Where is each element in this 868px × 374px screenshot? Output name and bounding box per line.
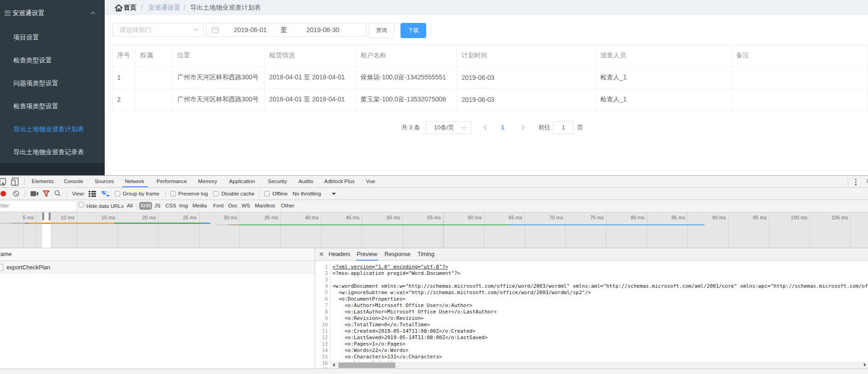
- filter-type-doc[interactable]: Doc: [228, 200, 237, 212]
- tab-audits[interactable]: Audits: [299, 176, 313, 187]
- line-text: <o:Words>22</o:Words>: [333, 347, 409, 353]
- record-button[interactable]: [0, 191, 6, 196]
- filter-type-img[interactable]: Img: [179, 200, 188, 212]
- filter-type-xhr[interactable]: XHR: [139, 202, 152, 210]
- view-list-icon[interactable]: [89, 191, 96, 197]
- download-button[interactable]: 下载: [400, 23, 426, 38]
- offline-checkbox[interactable]: [264, 191, 270, 196]
- tab-response[interactable]: Response: [384, 248, 410, 260]
- sidebar-submenu-header[interactable]: 安巡通设置: [0, 0, 105, 26]
- filter-type-js[interactable]: JS: [154, 200, 160, 212]
- overview-handle-left[interactable]: [42, 212, 44, 220]
- view-waterfall-icon[interactable]: [101, 191, 109, 196]
- sidebar-item-project-settings[interactable]: 项目设置: [0, 26, 105, 49]
- col-inspector: 巡查人员: [596, 45, 732, 67]
- sidebar: 安巡通设置 项目设置 检查类型设置 问题项类型设置 检查项类型设置 导出土地物业…: [0, 0, 105, 175]
- query-button[interactable]: 查询: [369, 23, 394, 38]
- timeline-tick-label: 70 ms: [549, 215, 563, 220]
- preview-code[interactable]: 1<?xml version="1.0" encoding="utf-8"?>2…: [316, 261, 868, 368]
- tab-sources[interactable]: Sources: [95, 176, 114, 187]
- group-by-frame-checkbox[interactable]: [115, 191, 120, 196]
- devtools-statusbar: [0, 368, 868, 374]
- separator: [137, 202, 137, 210]
- timeline-overview[interactable]: 5 ms10 ms15 ms20 ms25 ms30 ms35 ms40 ms4…: [0, 212, 868, 248]
- more-options-icon[interactable]: [855, 179, 857, 186]
- tab-performance[interactable]: Performance: [157, 176, 187, 187]
- menu-icon: [5, 11, 11, 16]
- department-select[interactable]: 请选择部门: [113, 23, 204, 37]
- request-row[interactable]: exportCheckPlan: [0, 262, 315, 274]
- filter-type-font[interactable]: Font: [213, 200, 224, 212]
- tab-elements[interactable]: Elements: [32, 176, 54, 187]
- date-end-input[interactable]: 2019-06-30: [293, 23, 353, 36]
- filter-type-ws[interactable]: WS: [242, 200, 250, 212]
- tab-application[interactable]: Application: [229, 176, 255, 187]
- requests-pane: Name exportCheckPlan: [0, 248, 315, 368]
- page-size-select[interactable]: 10条/页: [426, 121, 471, 134]
- scroll-right-arrow[interactable]: [864, 363, 866, 367]
- preserve-log-checkbox[interactable]: [170, 191, 176, 196]
- table-row[interactable]: 1 广州市天河区林和西路300号 2018-04-01 至 2018-04-01…: [113, 67, 868, 89]
- timeline-tick-label: 60 ms: [468, 215, 482, 220]
- capture-screenshots-icon[interactable]: [30, 191, 39, 196]
- prev-page-button[interactable]: [483, 124, 487, 130]
- line-number: 10: [316, 322, 328, 328]
- col-plan-time: 计划时间: [457, 45, 596, 67]
- current-page[interactable]: 1: [501, 121, 504, 134]
- tab-preview[interactable]: Preview: [357, 248, 377, 260]
- gutter-divider: [330, 261, 331, 362]
- scrollbar-thumb[interactable]: [338, 363, 395, 368]
- request-name: exportCheckPlan: [6, 262, 50, 274]
- timeline-tick-label: 80 ms: [631, 215, 644, 220]
- tab-headers[interactable]: Headers: [328, 248, 350, 260]
- scroll-left-arrow[interactable]: [333, 363, 335, 367]
- clear-icon[interactable]: [13, 190, 19, 197]
- overview-handle-right[interactable]: [49, 212, 51, 220]
- waterfall-segment: [0, 223, 11, 224]
- sidebar-item-check-type[interactable]: 检查类型设置: [0, 49, 105, 72]
- disable-cache-checkbox[interactable]: [213, 191, 219, 196]
- date-range-picker[interactable]: 2019-06-01 至 2019-06-30: [206, 23, 366, 37]
- timeline-tick-label: 45 ms: [346, 215, 360, 220]
- sidebar-item-check-item-type[interactable]: 检查项类型设置: [0, 95, 105, 117]
- tab-vue[interactable]: Vue: [366, 176, 375, 187]
- goto-page-input[interactable]: 1: [553, 121, 574, 134]
- breadcrumb-home[interactable]: 首页: [124, 0, 136, 15]
- tab-security[interactable]: Security: [268, 176, 287, 187]
- filter-type-other[interactable]: Other: [281, 200, 294, 212]
- sidebar-item-problem-type[interactable]: 问题项类型设置: [0, 72, 105, 95]
- date-start-input[interactable]: 2019-06-01: [220, 23, 280, 36]
- devtools-close-icon[interactable]: ✕: [866, 176, 868, 187]
- tab-memory[interactable]: Memory: [198, 176, 217, 187]
- requests-header[interactable]: Name: [0, 248, 315, 261]
- home-icon: [115, 4, 123, 11]
- filter-input[interactable]: Filter: [0, 201, 75, 211]
- device-toolbar-icon[interactable]: [11, 178, 19, 186]
- filter-type-media[interactable]: Media: [192, 200, 207, 212]
- table-cell: 检查人_1: [596, 67, 732, 89]
- sidebar-item-export-record[interactable]: 导出土地物业巡查记录表: [0, 140, 105, 163]
- tab-timing[interactable]: Timing: [417, 248, 434, 260]
- filter-type-manifest[interactable]: Manifest: [255, 200, 275, 212]
- filter-type-css[interactable]: CSS: [165, 200, 176, 212]
- tab-console[interactable]: Console: [64, 176, 83, 187]
- throttling-select[interactable]: No throttling: [293, 188, 321, 200]
- table-row[interactable]: 2 广州市天河区林和西路300号 2018-04-01 至 2018-04-01…: [113, 89, 868, 111]
- waterfall-segment: [508, 224, 705, 225]
- tab-network[interactable]: Network: [125, 176, 144, 187]
- filter-type-all[interactable]: All: [127, 200, 133, 212]
- filter-funnel-icon[interactable]: [43, 190, 50, 197]
- sidebar-item-export-plan[interactable]: 导出土地物业巡查计划表: [0, 117, 105, 140]
- horizontal-scrollbar[interactable]: [331, 362, 868, 368]
- hide-data-urls-checkbox[interactable]: [79, 202, 84, 207]
- sidebar-item-label: 项目设置: [13, 33, 39, 41]
- close-icon[interactable]: ✕: [319, 248, 324, 260]
- search-icon[interactable]: [54, 190, 61, 196]
- waterfall-segment: [201, 223, 210, 224]
- inspect-element-icon[interactable]: [0, 178, 7, 188]
- tab-adblock-plus[interactable]: Adblock Plus: [324, 176, 355, 187]
- timeline-tick-label: 105 ms: [831, 215, 848, 220]
- throttling-caret-icon[interactable]: [332, 193, 336, 195]
- next-page-button[interactable]: [521, 124, 525, 130]
- table-cell: 黄玉棠-100.0亩-13532075008: [356, 89, 457, 111]
